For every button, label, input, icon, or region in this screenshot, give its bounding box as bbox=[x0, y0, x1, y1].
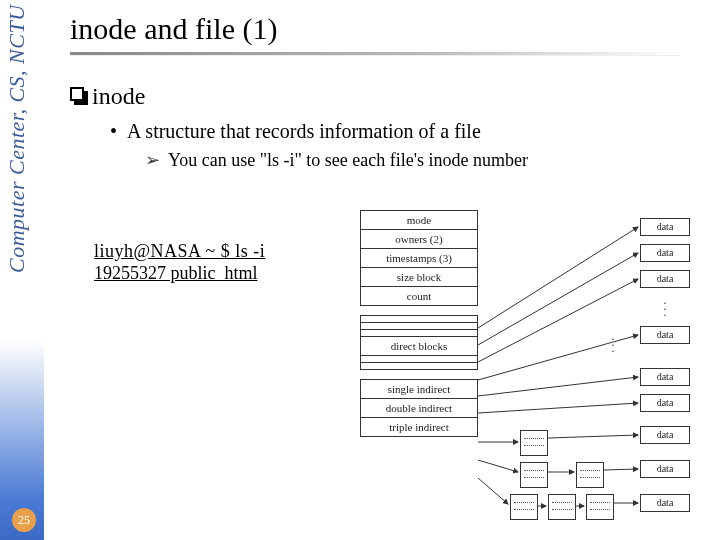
data-box-9: data bbox=[640, 494, 690, 512]
svg-line-7 bbox=[548, 435, 638, 438]
data-box-1: data bbox=[640, 218, 690, 236]
inode-stack: mode owners (2) timestamps (3) size bloc… bbox=[360, 210, 478, 436]
svg-line-5 bbox=[478, 403, 638, 413]
terminal-line-1: liuyh@NASA ~ $ ls -i bbox=[94, 241, 265, 261]
indirect-block-4 bbox=[510, 494, 538, 520]
page-number: 25 bbox=[12, 508, 36, 532]
bullet-level-1: inode bbox=[70, 83, 710, 110]
vdots-top: ··· bbox=[660, 300, 670, 318]
indirect-block-6 bbox=[586, 494, 614, 520]
cell-size: size block bbox=[360, 267, 478, 287]
cell-mode: mode bbox=[360, 210, 478, 230]
bullet-1-text: inode bbox=[92, 83, 145, 110]
cell-direct: direct blocks bbox=[360, 336, 478, 356]
svg-line-10 bbox=[604, 469, 638, 470]
slide-title: inode and file (1) bbox=[70, 12, 710, 46]
terminal-snippet: liuyh@NASA ~ $ ls -i 19255327 public_htm… bbox=[94, 240, 265, 284]
cell-single: single indirect bbox=[360, 379, 478, 399]
bullet-level-2: A structure that records information of … bbox=[110, 120, 710, 143]
terminal-line-2: 19255327 public_html bbox=[94, 263, 258, 283]
cell-triple: triple indirect bbox=[360, 417, 478, 437]
data-box-3: data bbox=[640, 270, 690, 288]
title-divider bbox=[70, 52, 680, 55]
svg-line-4 bbox=[478, 377, 638, 396]
svg-line-11 bbox=[478, 478, 508, 504]
data-box-5: data bbox=[640, 368, 690, 386]
cell-timestamps: timestamps (3) bbox=[360, 248, 478, 268]
svg-line-0 bbox=[478, 227, 638, 328]
indirect-block-3 bbox=[576, 462, 604, 488]
data-box-7: data bbox=[640, 426, 690, 444]
data-box-6: data bbox=[640, 394, 690, 412]
cell-double: double indirect bbox=[360, 398, 478, 418]
vdots-mid: ··· bbox=[608, 336, 618, 354]
cell-owners: owners (2) bbox=[360, 229, 478, 249]
data-box-4: data bbox=[640, 326, 690, 344]
slide-content: inode and file (1) inode A structure tha… bbox=[70, 12, 710, 171]
inode-diagram: mode owners (2) timestamps (3) size bloc… bbox=[320, 210, 710, 510]
svg-line-8 bbox=[478, 460, 518, 472]
sidebar-org: Computer Center, CS, NCTU bbox=[4, 4, 30, 404]
data-box-2: data bbox=[640, 244, 690, 262]
cell-count: count bbox=[360, 286, 478, 306]
indirect-block-5 bbox=[548, 494, 576, 520]
data-box-8: data bbox=[640, 460, 690, 478]
indirect-block-2 bbox=[520, 462, 548, 488]
bullet-level-3: You can use "ls -i" to see each file's i… bbox=[145, 149, 710, 171]
indirect-block-1 bbox=[520, 430, 548, 456]
square-bullet-icon bbox=[70, 87, 84, 101]
